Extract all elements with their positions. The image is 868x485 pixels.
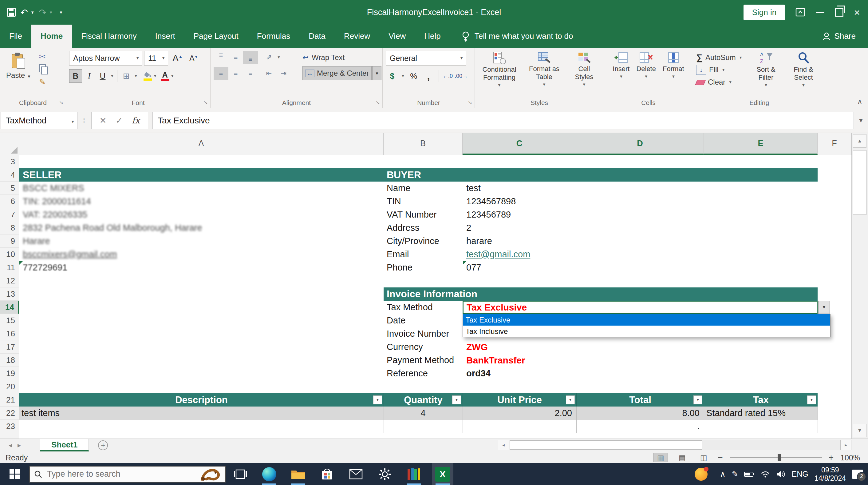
- task-view-button[interactable]: [229, 463, 251, 485]
- fill-button[interactable]: ↓ Fill▼: [696, 64, 747, 76]
- table-header-description[interactable]: Description▼: [19, 393, 383, 406]
- tab-data[interactable]: Data: [299, 25, 335, 48]
- restore-button[interactable]: [835, 8, 843, 17]
- row-header-4[interactable]: 4: [0, 168, 19, 181]
- decrease-decimal-button[interactable]: .00→: [455, 73, 468, 79]
- align-left-button[interactable]: ≡: [214, 67, 228, 80]
- collapse-ribbon-icon[interactable]: ∧: [857, 97, 863, 106]
- store-button[interactable]: [316, 463, 338, 485]
- formula-bar-splitter[interactable]: ⁞: [83, 116, 86, 125]
- underline-button[interactable]: U: [96, 69, 109, 83]
- zoom-in-button[interactable]: +: [829, 453, 834, 462]
- bold-button[interactable]: B: [69, 69, 82, 83]
- weather-icon[interactable]: [695, 468, 708, 481]
- column-header-F[interactable]: F: [817, 133, 851, 155]
- top-align-button[interactable]: ≡: [214, 51, 228, 64]
- table-header-quantity[interactable]: Quantity▼: [383, 393, 463, 406]
- edge-button[interactable]: [258, 463, 280, 485]
- buyer-email-link[interactable]: test@gmail.com: [466, 248, 530, 261]
- save-icon[interactable]: [7, 8, 16, 17]
- row-header-15[interactable]: 15: [0, 314, 19, 327]
- settings-button[interactable]: [374, 463, 396, 485]
- row-header-11[interactable]: 11: [0, 261, 19, 274]
- italic-button[interactable]: I: [83, 69, 96, 83]
- conditional-formatting-button[interactable]: Conditional Formatting ▼: [477, 51, 522, 97]
- horizontal-scroll-thumb[interactable]: [510, 440, 702, 450]
- row-header-22[interactable]: 22: [0, 406, 19, 420]
- active-cell-tax-method[interactable]: Tax Exclusive: [463, 301, 817, 314]
- table-header-unit-price[interactable]: Unit Price▼: [463, 393, 576, 406]
- cell-quantity[interactable]: 4: [383, 406, 463, 420]
- filter-button[interactable]: ▼: [807, 395, 816, 404]
- align-center-button[interactable]: ≡: [228, 67, 243, 80]
- tax-method-dropdown-list[interactable]: Tax ExclusiveTax Inclusive: [463, 314, 831, 337]
- borders-button[interactable]: ⊞: [120, 69, 133, 83]
- sheet-nav-left-icon[interactable]: ◂: [9, 441, 12, 449]
- filter-button[interactable]: ▼: [452, 395, 461, 404]
- column-header-D[interactable]: D: [576, 133, 704, 155]
- cell-dropdown-arrow-button[interactable]: ▼: [818, 301, 830, 314]
- undo-button[interactable]: ↶: [20, 7, 28, 18]
- row-header-3[interactable]: 3: [0, 155, 19, 168]
- tab-formulas[interactable]: Formulas: [248, 25, 299, 48]
- scroll-right-icon[interactable]: ▸: [840, 440, 851, 450]
- row-header-9[interactable]: 9: [0, 234, 19, 248]
- middle-align-button[interactable]: ≡: [228, 51, 243, 64]
- number-dialog-launcher[interactable]: ↘: [468, 99, 472, 106]
- scroll-down-icon[interactable]: ▼: [853, 424, 866, 437]
- row-header-5[interactable]: 5: [0, 181, 19, 195]
- cut-icon[interactable]: ✂: [39, 52, 46, 61]
- tab-help[interactable]: Help: [415, 25, 450, 48]
- action-center-icon[interactable]: 2: [852, 469, 863, 479]
- search-input[interactable]: [46, 469, 195, 479]
- autosum-button[interactable]: ∑ AutoSum▼: [696, 51, 747, 64]
- bottom-align-button[interactable]: ≡: [243, 51, 258, 64]
- font-size-select[interactable]: 11▼: [144, 51, 168, 65]
- row-header-19[interactable]: 19: [0, 367, 19, 380]
- column-header-B[interactable]: B: [383, 133, 463, 155]
- wrap-text-button[interactable]: ↩ Wrap Text: [303, 51, 379, 64]
- winrar-button[interactable]: [403, 463, 425, 485]
- row-header-10[interactable]: 10: [0, 248, 19, 261]
- scroll-up-icon[interactable]: ▲: [853, 134, 866, 148]
- page-break-view-button[interactable]: ◫: [696, 453, 711, 462]
- accounting-menu-icon[interactable]: ▼: [401, 74, 405, 78]
- fill-color-button[interactable]: [144, 72, 152, 81]
- network-icon[interactable]: [761, 470, 770, 478]
- orientation-button[interactable]: ⇗: [261, 51, 276, 64]
- number-format-select[interactable]: General▼: [386, 51, 466, 65]
- zoom-level[interactable]: 100%: [840, 453, 860, 462]
- ribbon-display-options-icon[interactable]: [796, 8, 805, 17]
- select-all-corner[interactable]: [0, 133, 19, 155]
- tab-page-layout[interactable]: Page Layout: [184, 25, 248, 48]
- start-button[interactable]: [0, 463, 29, 485]
- merge-center-menu-icon[interactable]: ▼: [372, 66, 381, 80]
- page-layout-view-button[interactable]: ▤: [675, 453, 689, 462]
- sheet-tab-sheet1[interactable]: Sheet1: [40, 439, 89, 452]
- column-header-C[interactable]: C: [463, 133, 576, 155]
- cancel-icon[interactable]: ✕: [100, 116, 107, 125]
- tab-file[interactable]: File: [0, 25, 31, 48]
- formula-input[interactable]: Tax Exclusive: [152, 112, 854, 129]
- cell-tax[interactable]: Standard rated 15%: [706, 406, 786, 420]
- column-header-A[interactable]: A: [19, 133, 383, 155]
- comma-style-button[interactable]: ,: [422, 69, 435, 83]
- row-header-8[interactable]: 8: [0, 221, 19, 234]
- sort-filter-button[interactable]: A Z Sort & Filter ▼: [747, 51, 785, 97]
- filter-button[interactable]: ▼: [373, 395, 382, 404]
- undo-menu-icon[interactable]: ▼: [30, 10, 34, 15]
- format-cells-button[interactable]: Format▼: [661, 51, 686, 97]
- clipboard-dialog-launcher[interactable]: ↘: [59, 99, 63, 106]
- new-sheet-button[interactable]: +: [98, 440, 108, 450]
- sheet-nav-right-icon[interactable]: ▸: [18, 441, 21, 449]
- alignment-dialog-launcher[interactable]: ↘: [376, 99, 380, 106]
- row-header-16[interactable]: 16: [0, 327, 19, 340]
- customize-qat-icon[interactable]: ▼: [59, 10, 63, 15]
- align-right-button[interactable]: ≡: [243, 67, 258, 80]
- underline-menu-icon[interactable]: ▼: [110, 74, 114, 78]
- horizontal-scrollbar[interactable]: ◂ ▸: [498, 440, 851, 450]
- zoom-slider[interactable]: [730, 457, 822, 458]
- row-header-21[interactable]: 21: [0, 393, 19, 406]
- find-select-button[interactable]: Find & Select ▼: [785, 51, 822, 97]
- copy-icon[interactable]: [39, 64, 46, 74]
